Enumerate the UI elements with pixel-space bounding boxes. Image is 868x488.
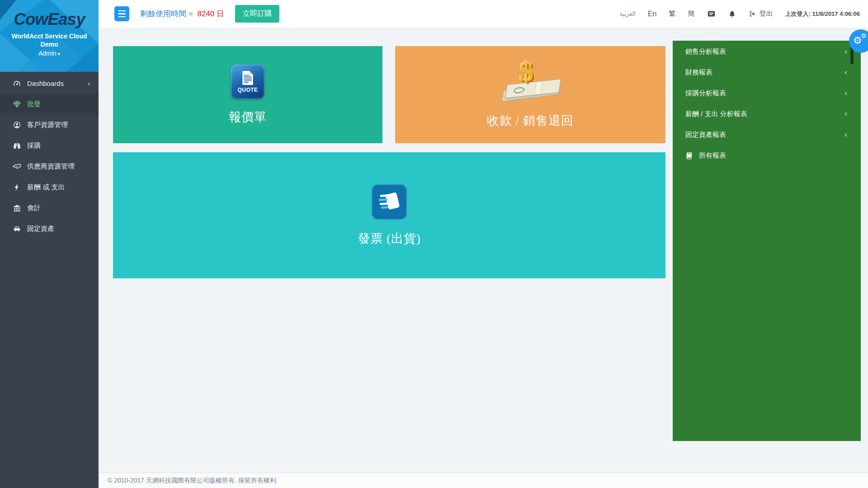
app-logo: CowEasy <box>0 11 99 28</box>
sidebar-item-customers[interactable]: 客戶資源管理 <box>0 114 99 135</box>
bell-icon[interactable] <box>728 9 736 18</box>
sidebar-menu: Dashboards ‹ 批發 客戶資源管理 採購 供應商資源管理 <box>0 73 99 239</box>
language-simplified-chinese[interactable]: 簡 <box>688 9 695 18</box>
sidebar-item-payroll-expense[interactable]: 薪酬 或 支出 <box>0 177 99 197</box>
user-menu[interactable]: Admin▾ <box>0 50 99 57</box>
sidebar-item-label: 薪酬 或 支出 <box>27 183 91 192</box>
language-english[interactable]: En <box>648 10 657 18</box>
sidebar-item-label: 批發 <box>27 100 91 108</box>
sidebar-item-wholesale[interactable]: 批發 <box>0 94 99 114</box>
sidebar-item-label: Dashboards <box>27 80 88 87</box>
report-item-label: 固定資產報表 <box>685 131 844 139</box>
sidebar-item-label: 會計 <box>27 204 91 212</box>
sidebar-item-label: 客戶資源管理 <box>27 121 91 129</box>
binoculars-icon <box>12 141 22 150</box>
report-item-label: 所有報表 <box>699 151 847 160</box>
user-circle-icon <box>12 120 22 129</box>
reports-menu: 銷售分析報表 ‹ 財務報表 ‹ 採購分析報表 ‹ 薪酬 / 支出 分析報表 ‹ … <box>673 41 861 166</box>
trial-time-remaining: 剩餘使用時間 = 8240 日 <box>140 9 224 19</box>
left-sidebar: CowEasy WorldAcct Service Cloud Demo Adm… <box>0 0 99 488</box>
brand-panel: CowEasy WorldAcct Service Cloud Demo Adm… <box>0 0 99 72</box>
report-item-all-reports[interactable]: 所有報表 <box>673 145 861 166</box>
invoice-shipment-tile[interactable]: 發票 (出貨) <box>113 152 665 278</box>
user-name: Admin <box>38 50 57 57</box>
last-login-timestamp: 上次登入: 11/8/2017 4:06:06 <box>785 10 860 18</box>
topbar-right-cluster: العربية En 繁 簡 登出 上次登入: 11/8/2017 4:06:0… <box>619 9 860 18</box>
gear-icon: ⚙ <box>861 33 867 39</box>
report-item-label: 銷售分析報表 <box>685 47 844 56</box>
copyright-text: © 2010-2017 天網科技國際有限公司版權所有. 保留所有權利. <box>108 477 278 485</box>
hamburger-menu-button[interactable] <box>114 6 129 21</box>
chevron-left-icon: ‹ <box>844 109 847 118</box>
dollar-sign: $ <box>519 57 533 85</box>
top-navigation-bar: 剩餘使用時間 = 8240 日 立即訂購 العربية En 繁 簡 登出 上… <box>99 0 868 28</box>
trial-label: 剩餘使用時間 = <box>140 9 193 18</box>
brand-subtitle: WorldAcct Service Cloud Demo <box>0 32 99 48</box>
chevron-left-icon: ‹ <box>844 47 847 56</box>
report-item-label: 採購分析報表 <box>685 89 844 98</box>
bolt-icon <box>12 183 22 192</box>
quotation-tile-title: 報價單 <box>229 109 267 125</box>
reports-panel: 銷售分析報表 ‹ 財務報表 ‹ 採購分析報表 ‹ 薪酬 / 支出 分析報表 ‹ … <box>673 41 861 441</box>
quote-icon-caption: QUOTE <box>237 87 258 93</box>
sidebar-item-purchasing[interactable]: 採購 <box>0 135 99 156</box>
quotation-tile[interactable]: QUOTE 報價單 <box>113 46 382 143</box>
list-alt-icon[interactable] <box>707 9 716 18</box>
sidebar-item-label: 供應商資源管理 <box>27 162 91 171</box>
chevron-down-icon: ▾ <box>58 51 61 56</box>
invoice-send-icon <box>372 184 407 220</box>
chevron-left-icon: ‹ <box>844 89 847 98</box>
chevron-left-icon: ‹ <box>88 80 90 87</box>
bank-icon <box>12 203 22 212</box>
dashboard-icon <box>12 79 22 88</box>
money-stack-icon: $ <box>494 61 566 103</box>
chevron-left-icon: ‹ <box>844 130 847 139</box>
report-item-payroll-expense-analysis[interactable]: 薪酬 / 支出 分析報表 ‹ <box>673 103 861 124</box>
sidebar-item-fixed-assets[interactable]: 固定資產 <box>0 218 99 239</box>
language-arabic[interactable]: العربية <box>619 10 636 17</box>
report-item-financial[interactable]: 財務報表 ‹ <box>673 62 861 83</box>
sidebar-item-dashboards[interactable]: Dashboards ‹ <box>0 73 99 94</box>
report-item-label: 財務報表 <box>685 68 844 77</box>
language-traditional-chinese[interactable]: 繁 <box>669 9 676 18</box>
book-icon <box>685 151 694 160</box>
sidebar-item-accounting[interactable]: 會計 <box>0 197 99 218</box>
logout-label: 登出 <box>760 9 773 18</box>
quote-document-icon: QUOTE <box>231 65 264 99</box>
report-item-sales-analysis[interactable]: 銷售分析報表 ‹ <box>673 41 861 62</box>
page-footer: © 2010-2017 天網科技國際有限公司版權所有. 保留所有權利. <box>99 473 868 488</box>
receipt-tile-title: 收款 / 銷售退回 <box>487 113 574 129</box>
report-item-label: 薪酬 / 支出 分析報表 <box>685 110 844 118</box>
sidebar-item-label: 固定資產 <box>27 225 91 233</box>
sidebar-item-suppliers[interactable]: 供應商資源管理 <box>0 156 99 177</box>
car-icon <box>12 224 22 233</box>
handshake-icon <box>12 162 22 171</box>
subscribe-now-button[interactable]: 立即訂購 <box>235 5 279 23</box>
trial-value: 8240 日 <box>197 9 224 18</box>
invoice-tile-title: 發票 (出貨) <box>358 230 421 247</box>
receipt-sales-return-tile[interactable]: $ 收款 / 銷售退回 <box>395 46 665 143</box>
report-item-purchase-analysis[interactable]: 採購分析報表 ‹ <box>673 83 861 103</box>
sidebar-item-label: 採購 <box>27 141 91 150</box>
logout-button[interactable]: 登出 <box>749 9 773 18</box>
chevron-left-icon: ‹ <box>844 68 847 77</box>
sign-out-icon <box>749 10 756 18</box>
report-item-fixed-assets[interactable]: 固定資產報表 ‹ <box>673 124 861 145</box>
gem-icon <box>12 99 22 108</box>
